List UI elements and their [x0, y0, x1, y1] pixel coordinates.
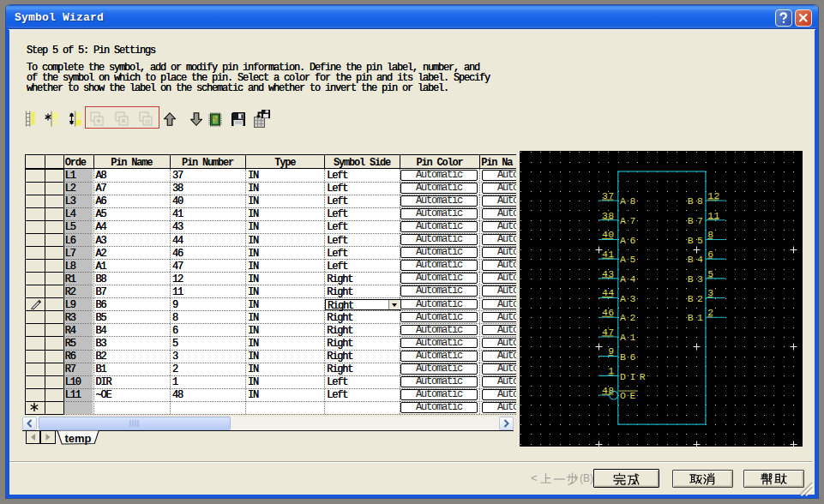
svg-text:A5: A5	[620, 254, 640, 265]
svg-text:B3: B3	[688, 273, 707, 285]
svg-text:A7: A7	[620, 215, 640, 226]
svg-text:B1: B1	[688, 312, 707, 323]
svg-text:A2: A2	[620, 312, 640, 323]
svg-text:A3: A3	[620, 293, 640, 304]
svg-text:DIR: DIR	[620, 371, 649, 382]
svg-text:B6: B6	[620, 351, 640, 363]
svg-text:A6: A6	[620, 235, 640, 246]
svg-text:B2: B2	[688, 293, 707, 304]
svg-text:B4: B4	[688, 254, 707, 265]
svg-text:B7: B7	[688, 215, 707, 226]
svg-text:B5: B5	[688, 235, 707, 246]
svg-text:A4: A4	[620, 273, 640, 285]
svg-text:A8: A8	[620, 195, 640, 207]
svg-text:B8: B8	[688, 195, 707, 207]
svg-text:A1: A1	[620, 332, 640, 343]
svg-text:OE: OE	[620, 390, 640, 401]
